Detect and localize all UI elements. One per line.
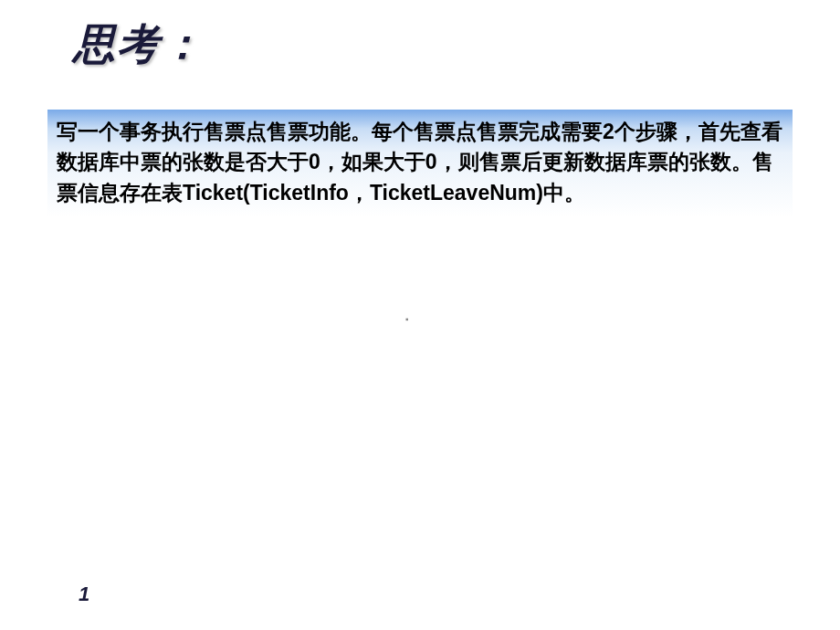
slide-heading: 思考： bbox=[73, 16, 205, 73]
center-mark: ▪ bbox=[405, 314, 409, 324]
page-number: 1 bbox=[79, 583, 89, 606]
content-box: 写一个事务执行售票点售票功能。每个售票点售票完成需要2个步骤，首先查看数据库中票… bbox=[47, 110, 793, 217]
content-text: 写一个事务执行售票点售票功能。每个售票点售票完成需要2个步骤，首先查看数据库中票… bbox=[57, 117, 783, 208]
